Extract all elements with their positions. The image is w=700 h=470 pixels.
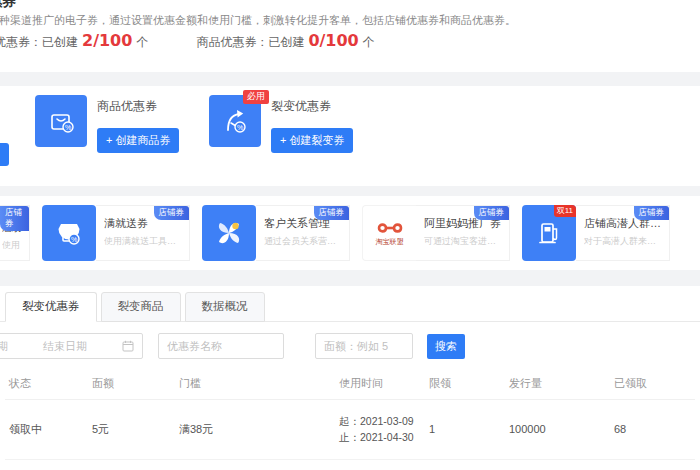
col-threshold: 门槛	[175, 368, 335, 400]
cell-limit: 1	[425, 459, 505, 470]
coupon-name-input[interactable]	[158, 333, 284, 359]
alimama-panel: 店铺券 阿里妈妈推广券 可通过淘宝客进行推广	[416, 205, 510, 261]
create-coupon-section: % 商品优惠券 + 创建商品券 % 必用 裂变优惠券	[0, 86, 700, 186]
marketing-card-crm[interactable]: 店铺券 客户关系管理 通过会员关系营销维护	[202, 205, 350, 261]
use-time-end: 止：2021-04-30	[339, 429, 421, 445]
col-status: 状态	[5, 368, 88, 400]
storefront-percent-icon: %	[42, 205, 96, 261]
date-start-placeholder: 开始日期	[0, 339, 8, 354]
create-shop-coupon-button-fragment[interactable]	[0, 143, 9, 166]
coupon-header-section: 优惠券 多种渠道推广的电子券，通过设置优惠金额和使用门槛，刺激转化提升客单，包括…	[0, 0, 700, 72]
cell-threshold: 满38元	[175, 400, 335, 460]
marketing-card-alimama[interactable]: 淘宝联盟 店铺券 阿里妈妈推广券 可通过淘宝客进行推广	[362, 205, 510, 261]
product-coupon-title: 商品优惠券	[97, 98, 157, 115]
fission-coupon-title: 裂变优惠券	[271, 98, 331, 115]
use-time-start: 起：2021-03-09	[339, 413, 421, 429]
coupon-stats: 店铺优惠券：已创建2/100个 商品优惠券：已创建0/100个	[0, 31, 375, 51]
create-card-product-coupon: % 商品优惠券 + 创建商品券	[35, 95, 185, 153]
col-use-time: 使用时间	[335, 368, 425, 400]
table-header-row: 状态 面额 门槛 使用时间 限领 发行量 已领取	[5, 368, 695, 400]
filter-bar: 开始日期 结束日期 搜索	[0, 322, 700, 368]
crm-subtitle: 通过会员关系营销维护	[264, 235, 344, 248]
search-button[interactable]: 搜索	[427, 334, 465, 359]
shop-coupon-ribbon: 店铺券	[634, 206, 670, 220]
tab-fission-coupon[interactable]: 裂变优惠券	[5, 292, 97, 322]
marketing-card-clipped[interactable]: 店铺券 惠券 使用	[0, 205, 30, 261]
cell-threshold: 满69元	[175, 459, 335, 470]
col-claimed: 已领取	[610, 368, 695, 400]
svg-text:%: %	[237, 124, 243, 131]
manjiusong-panel: 店铺券 满就送券 使用满就送工具营销	[96, 205, 190, 261]
cell-use-time: 起：2021-03-09 止：2021-04-30	[335, 400, 425, 460]
cell-claimed: 17	[610, 459, 695, 470]
product-coupon-stat: 商品优惠券：已创建0/100个	[196, 31, 374, 51]
date-end-placeholder: 结束日期	[43, 339, 87, 354]
marketing-tools-section: 店铺券 惠券 使用 % 店铺券 满就送券 使用满就送工具营销	[0, 196, 700, 270]
calendar-icon[interactable]	[122, 340, 134, 352]
manjiusong-subtitle: 使用满就送工具营销	[104, 235, 184, 248]
product-coupon-stat-unit: 个	[363, 35, 375, 49]
fission-coupon-split-arrow-icon: % 必用	[209, 95, 261, 147]
page-title: 优惠券	[0, 0, 16, 11]
cell-status: 领取中	[5, 400, 88, 460]
tab-bar: 裂变优惠券 裂变商品 数据概况	[0, 286, 700, 322]
fuel-pump-icon: 双11	[522, 205, 576, 261]
product-coupon-stat-label: 商品优惠券：已创建	[196, 35, 304, 49]
date-range-input[interactable]: 开始日期 结束日期	[0, 333, 143, 359]
product-coupon-stat-value: 0/100	[308, 31, 358, 50]
create-coupon-row: % 商品优惠券 + 创建商品券 % 必用 裂变优惠券	[0, 95, 700, 153]
shop-coupon-stat: 店铺优惠券：已创建2/100个	[0, 31, 148, 51]
crm-panel: 店铺券 客户关系管理 通过会员关系营销维护	[256, 205, 350, 261]
shop-coupon-stat-value: 2/100	[82, 31, 132, 50]
cell-amount: 5元	[88, 400, 175, 460]
coupon-description: 多种渠道推广的电子券，通过设置优惠金额和使用门槛，刺激转化提升客单，包括店铺优惠…	[0, 13, 516, 28]
pinwheel-icon	[202, 205, 256, 261]
col-limit: 限领	[425, 368, 505, 400]
alimama-subtitle: 可通过淘宝客进行推广	[424, 235, 504, 248]
cell-issued: 100000	[505, 400, 610, 460]
shop-coupon-ribbon: 店铺券	[0, 206, 29, 231]
coupon-table: 状态 面额 门槛 使用时间 限领 发行量 已领取 领取中 5元 满38元 起：2…	[5, 368, 695, 470]
gaoqian-subtitle: 对于高潜人群来说…	[584, 235, 664, 248]
table-row: 领取中 5元 满38元 起：2021-03-09 止：2021-04-30 1 …	[5, 400, 695, 460]
cell-limit: 1	[425, 400, 505, 460]
amount-input[interactable]	[315, 333, 413, 359]
double11-badge: 双11	[554, 205, 576, 217]
shop-coupon-stat-unit: 个	[136, 35, 148, 49]
create-fission-coupon-button[interactable]: + 创建裂变券	[271, 128, 353, 153]
cell-use-time: 起：2021-03-11 止：2021-04-16	[335, 459, 425, 470]
shop-coupon-ribbon: 店铺券	[474, 206, 510, 220]
svg-text:%: %	[65, 124, 71, 131]
taobao-alliance-icon: 淘宝联盟	[362, 205, 416, 261]
svg-text:%: %	[71, 236, 77, 243]
gaoqian-panel: 店铺券 店铺高潜人群… 对于高潜人群来说…	[576, 205, 670, 261]
product-coupon-bag-icon: %	[35, 95, 87, 147]
cell-amount: 10元	[88, 459, 175, 470]
col-issued: 发行量	[505, 368, 610, 400]
cell-status: 领取中	[5, 459, 88, 470]
taobao-alliance-label: 淘宝联盟	[376, 237, 404, 247]
marketing-card-gaoqian[interactable]: 双11 店铺券 店铺高潜人群… 对于高潜人群来说…	[522, 205, 670, 261]
cell-claimed: 68	[610, 400, 695, 460]
marketing-tools-row: 店铺券 惠券 使用 % 店铺券 满就送券 使用满就送工具营销	[0, 205, 700, 261]
must-use-badge: 必用	[243, 90, 269, 104]
tab-data-overview[interactable]: 数据概况	[185, 292, 265, 322]
coupon-list-section: 裂变优惠券 裂变商品 数据概况 开始日期 结束日期 搜索 状态 面额	[0, 286, 700, 470]
shop-coupon-ribbon: 店铺券	[314, 206, 350, 220]
shop-coupon-ribbon: 店铺券	[154, 206, 190, 220]
col-amount: 面额	[88, 368, 175, 400]
create-product-coupon-button[interactable]: + 创建商品券	[97, 128, 179, 153]
shop-coupon-stat-label: 店铺优惠券：已创建	[0, 35, 78, 49]
cell-issued: 10000	[505, 459, 610, 470]
tab-fission-product[interactable]: 裂变商品	[101, 292, 181, 322]
marketing-card-manjiusong[interactable]: % 店铺券 满就送券 使用满就送工具营销	[42, 205, 190, 261]
table-row: 领取中 10元 满69元 起：2021-03-11 止：2021-04-16 1…	[5, 459, 695, 470]
clipped-card-subtitle: 使用	[2, 239, 29, 252]
create-card-fission-coupon: % 必用 裂变优惠券 + 创建裂变券	[209, 95, 359, 153]
